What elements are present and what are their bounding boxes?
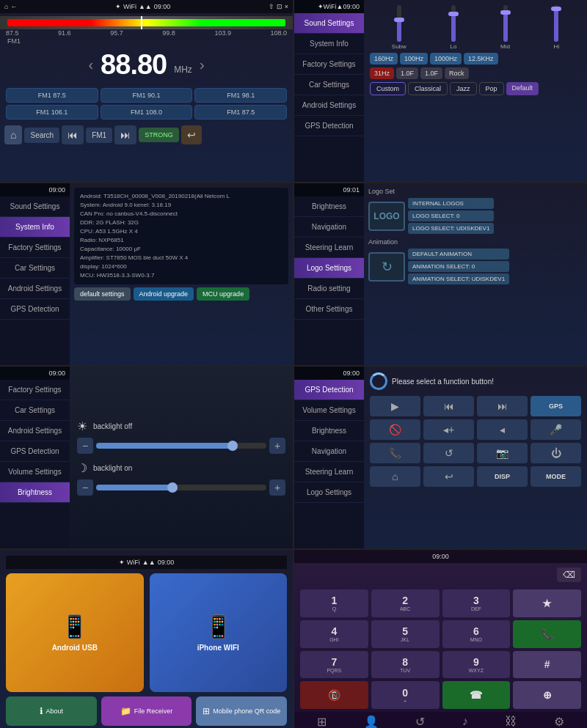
fm-preset-2[interactable]: FM1 90.1: [101, 88, 193, 103]
backlight-off-minus[interactable]: −: [77, 438, 93, 454]
strong-btn[interactable]: STRONG: [139, 128, 179, 142]
key-8[interactable]: 8 TUV: [371, 651, 440, 679]
btn-about[interactable]: ℹ About: [6, 696, 97, 726]
gps-btn-power[interactable]: ⏻: [531, 443, 581, 463]
iphone-wifi-box[interactable]: 📱 iPhone WIFI: [150, 573, 288, 692]
key-3[interactable]: 3 DEF: [442, 589, 511, 617]
gps-btn-gps[interactable]: GPS: [531, 396, 581, 416]
gps-btn-phone[interactable]: 📞: [370, 443, 420, 463]
preset-default[interactable]: Default: [506, 82, 539, 95]
key-extra[interactable]: ⊕: [513, 681, 581, 709]
sidebar-vol-s[interactable]: Volume Settings: [294, 400, 364, 421]
next-btn[interactable]: ⏭: [114, 125, 136, 144]
key-0[interactable]: 0 +: [371, 681, 440, 709]
sidebar-navigation[interactable]: Navigation: [294, 217, 364, 238]
key-call[interactable]: 📞: [513, 620, 581, 648]
sidebar-android-2[interactable]: Android Settings: [0, 421, 70, 441]
fm-preset-1[interactable]: FM1 87.5: [6, 88, 98, 103]
btn-file-receiver[interactable]: 📁 File Receiver: [101, 696, 192, 726]
key-end[interactable]: 📵: [300, 681, 368, 709]
sidebar-radio-setting[interactable]: Radio setting: [294, 279, 364, 299]
key-1[interactable]: 1 Q: [300, 589, 368, 617]
btn-mcu-upgrade[interactable]: MCU upgrade: [197, 287, 249, 301]
sidebar-bright-s[interactable]: Brightness: [294, 421, 364, 441]
sidebar-sound-settings[interactable]: Sound Settings: [294, 13, 364, 34]
gps-btn-disp[interactable]: DISP: [477, 466, 528, 487]
btn-default-settings[interactable]: default settings: [74, 287, 131, 301]
sidebar-brightness[interactable]: Brightness: [294, 196, 364, 217]
gps-btn-next[interactable]: ⏭: [477, 396, 528, 416]
key-9[interactable]: 9 WXYZ: [442, 651, 511, 679]
freq-160hz[interactable]: 160Hz: [370, 53, 398, 65]
gps-btn-vol-up[interactable]: ◂: [477, 419, 528, 440]
gps-btn-play[interactable]: ▶: [370, 396, 420, 416]
key-hash[interactable]: #: [513, 651, 581, 679]
sidebar-volume-2[interactable]: Volume Settings: [0, 462, 70, 482]
sidebar-logo-settings[interactable]: Logo Settings: [294, 258, 364, 279]
btn-anim-select-udisk[interactable]: ANIMATION SELECT: UDISKDEV1: [408, 273, 509, 284]
gps-btn-mic[interactable]: 🎤: [531, 419, 581, 440]
btn-internal-logos[interactable]: INTERNAL LOGOS: [408, 198, 494, 209]
phone-bar-music[interactable]: ♪: [462, 715, 468, 728]
filter-rock[interactable]: Rock: [445, 67, 469, 79]
key-2[interactable]: 2 ABC: [371, 589, 440, 617]
sidebar-system-info-2[interactable]: System Info: [0, 217, 70, 238]
backlight-on-minus[interactable]: −: [77, 479, 93, 496]
backlight-off-plus[interactable]: +: [269, 438, 285, 454]
freq-1000hz[interactable]: 1000Hz: [430, 53, 462, 65]
sidebar-gps-detection[interactable]: GPS Detection: [294, 116, 364, 136]
phone-bar-recent[interactable]: ↺: [415, 715, 425, 728]
btn-logo-select-0[interactable]: LOGO SELECT: 0: [408, 210, 494, 221]
backlight-off-track[interactable]: [96, 443, 266, 449]
preset-custom[interactable]: Custom: [370, 82, 406, 95]
gps-btn-mute[interactable]: 🚫: [370, 419, 420, 440]
fm-label-btn[interactable]: FM1: [86, 128, 112, 143]
sidebar-steer-s[interactable]: Steering Learn: [294, 462, 364, 482]
key-call2[interactable]: ☎: [442, 681, 511, 709]
sidebar-steering-learn[interactable]: Steering Learn: [294, 238, 364, 258]
prev-btn[interactable]: ⏮: [62, 125, 84, 144]
preset-pop[interactable]: Pop: [479, 82, 504, 95]
eq-track-hi[interactable]: [554, 5, 558, 42]
sidebar-factory-settings-2[interactable]: Factory Settings: [0, 238, 70, 258]
sidebar-gps-2[interactable]: GPS Detection: [0, 441, 70, 462]
freq-12khz[interactable]: 12.5KHz: [464, 53, 498, 65]
sidebar-system-info[interactable]: System Info: [294, 34, 364, 54]
sidebar-gps-detection-2[interactable]: GPS Detection: [0, 299, 70, 320]
fm-preset-3[interactable]: FM1 98.1: [194, 88, 287, 103]
key-7[interactable]: 7 PQRS: [300, 651, 368, 679]
backlight-on-track[interactable]: [96, 485, 266, 490]
preset-jazz[interactable]: Jazz: [450, 82, 477, 95]
sidebar-other-settings[interactable]: Other Settings: [294, 299, 364, 320]
sidebar-car-settings-2[interactable]: Car Settings: [0, 258, 70, 279]
phone-bar-apps[interactable]: ⊞: [317, 715, 327, 728]
sidebar-gps-active[interactable]: GPS Detection: [294, 380, 364, 400]
sidebar-car-settings[interactable]: Car Settings: [294, 75, 364, 95]
btn-logo-select-udisk[interactable]: LOGO SELECT: UDISKDEV1: [408, 223, 494, 234]
btn-android-upgrade[interactable]: Android upgrade: [134, 287, 194, 301]
phone-bar-link[interactable]: ⛓: [505, 715, 517, 728]
sidebar-factory-2[interactable]: Factory Settings: [0, 380, 70, 400]
sidebar-car-2[interactable]: Car Settings: [0, 400, 70, 421]
sidebar-brightness-active[interactable]: Brightness: [0, 482, 70, 503]
key-5[interactable]: 5 JKL: [371, 620, 440, 648]
search-btn[interactable]: Search: [24, 128, 59, 143]
android-usb-box[interactable]: 📱 Android USB: [6, 573, 144, 692]
eq-track-mid[interactable]: [503, 5, 508, 42]
gps-btn-vol-down[interactable]: ◂+: [423, 419, 474, 440]
sidebar-android-settings[interactable]: Android Settings: [294, 95, 364, 116]
home-btn[interactable]: ⌂: [4, 125, 22, 144]
gps-btn-prev[interactable]: ⏮: [423, 396, 474, 416]
filter-31hz[interactable]: 31Hz: [370, 67, 394, 79]
fm-preset-4[interactable]: FM1 106.1: [6, 105, 98, 120]
fm-preset-6[interactable]: FM1 87.5: [194, 105, 287, 120]
sidebar-logo-s[interactable]: Logo Settings: [294, 482, 364, 503]
preset-classical[interactable]: Classical: [408, 82, 448, 95]
key-6[interactable]: 6 MNO: [442, 620, 511, 648]
backlight-on-thumb[interactable]: [167, 482, 178, 493]
fm-preset-5[interactable]: FM1 108.0: [101, 105, 193, 120]
filter-1f-2[interactable]: 1.0F: [420, 67, 442, 79]
freq-down-btn[interactable]: ‹: [88, 56, 93, 73]
freq-100hz[interactable]: 100Hz: [400, 53, 428, 65]
gps-btn-home[interactable]: ⌂: [370, 466, 420, 487]
